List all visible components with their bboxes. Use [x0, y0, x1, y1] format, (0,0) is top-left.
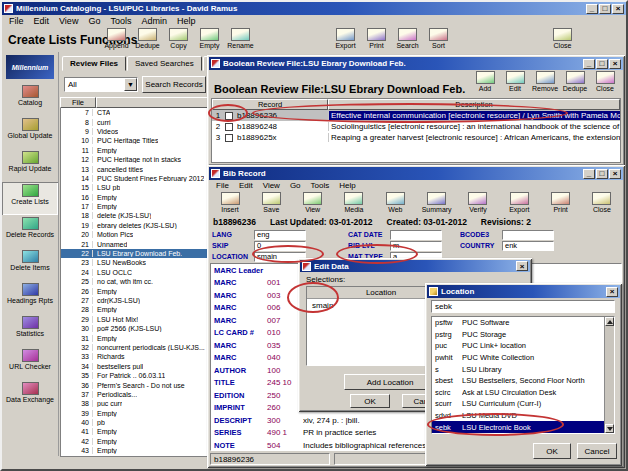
location-list-item[interactable]: sdvdLSU Media DVD — [432, 410, 614, 422]
location-input[interactable]: sebk — [431, 300, 615, 313]
bib-menu-edit[interactable]: Edit — [234, 181, 258, 190]
sidebar-item-create-lists[interactable]: Create Lists — [2, 182, 58, 215]
toolbar-close-button[interactable]: Close — [547, 28, 578, 49]
boolean-toolbar-edit-button[interactable]: Edit — [500, 71, 530, 92]
save-icon — [262, 192, 281, 205]
boolean-titlebar[interactable]: Boolean Review File:LSU Ebrary Download … — [209, 57, 623, 70]
location-list-item[interactable]: sLSU Library — [432, 363, 614, 375]
edit-data-titlebar[interactable]: Edit Data × — [300, 260, 530, 272]
bib-toolbar-export-button[interactable]: Export — [500, 192, 538, 215]
main-titlebar[interactable]: Millennium Cataloging - LSU/PUC Librarie… — [2, 2, 626, 15]
menu-admin[interactable]: Admin — [136, 16, 172, 26]
close-button[interactable]: × — [606, 287, 618, 297]
boolean-result-row[interactable]: 3b1889625xReaping a greater harvest [ele… — [212, 132, 620, 143]
menu-help[interactable]: Help — [172, 16, 201, 26]
menu-go[interactable]: Go — [83, 16, 105, 26]
menu-view[interactable]: View — [54, 16, 83, 26]
checkbox-icon[interactable] — [225, 134, 233, 142]
toolbar-copy-button[interactable]: Copy — [163, 28, 194, 49]
menu-edit[interactable]: Edit — [29, 16, 55, 26]
menu-tools[interactable]: Tools — [105, 16, 136, 26]
toolbar-dedupe-button[interactable]: Dedupe — [132, 28, 163, 49]
boolean-result-row[interactable]: 2b18896248Sociolinguistics [electronic r… — [212, 121, 620, 132]
checkbox-icon[interactable] — [225, 112, 233, 120]
location-list-item[interactable]: pwhitPUC White Collection — [432, 352, 614, 364]
close-button[interactable]: × — [516, 261, 528, 271]
sidebar-item-headings-rpts[interactable]: Headings Rpts — [2, 281, 58, 314]
close-button[interactable]: × — [609, 169, 621, 179]
bib-toolbar-save-button[interactable]: Save — [252, 192, 290, 215]
checkbox-icon[interactable] — [225, 123, 233, 131]
boolean-toolbar-add-button[interactable]: Add — [470, 71, 500, 92]
boolean-toolbar-remove-button[interactable]: Remove — [530, 71, 560, 92]
menu-file[interactable]: File — [4, 16, 29, 26]
column-header-description[interactable]: Description — [328, 99, 620, 110]
maximize-button[interactable]: □ — [596, 59, 608, 69]
bib-toolbar-print-button[interactable]: Print — [542, 192, 580, 215]
search-records-button[interactable]: Search Records — [142, 76, 206, 93]
toolbar-rename-button[interactable]: Rename — [225, 28, 256, 49]
bib-menu-tools[interactable]: Tools — [306, 181, 335, 190]
location-list-item[interactable]: sebkLSU Electronic Book — [432, 421, 614, 433]
sidebar-item-catalog[interactable]: Catalog — [2, 83, 58, 116]
toolbar-empty-button[interactable]: Empty — [194, 28, 225, 49]
minimize-button[interactable]: _ — [583, 59, 595, 69]
chevron-down-icon[interactable]: ▼ — [124, 78, 137, 91]
bib-titlebar[interactable]: Bib Record _□× — [209, 167, 623, 180]
bib-menu-file[interactable]: File — [211, 181, 234, 190]
close-button[interactable]: × — [612, 4, 624, 14]
dedupe-icon — [138, 28, 157, 41]
add-location-button[interactable]: Add Location — [344, 374, 436, 390]
bib-menu-go[interactable]: Go — [285, 181, 306, 190]
toolbar-print-button[interactable]: Print — [361, 28, 392, 49]
location-list-item[interactable]: pstrgPUC Storage — [432, 329, 614, 341]
boolean-result-row[interactable]: 1b18896236Effective internal communicati… — [212, 110, 620, 121]
bib-toolbar-web-button[interactable]: Web — [376, 192, 414, 215]
close-button[interactable]: × — [609, 59, 621, 69]
sidebar-item-statistics[interactable]: Statistics — [2, 314, 58, 347]
main-menubar: FileEditViewGoToolsAdminHelp — [2, 15, 626, 27]
sidebar-item-rapid-update[interactable]: Rapid Update — [2, 149, 58, 182]
toolbar-export-button[interactable]: Export — [330, 28, 361, 49]
location-cancel-button[interactable]: Cancel — [577, 443, 617, 459]
sidebar-item-url-checker[interactable]: URL Checker — [2, 347, 58, 380]
column-header-file[interactable]: File — [60, 97, 96, 108]
location-ok-button[interactable]: OK — [533, 443, 571, 459]
bib-toolbar-verify-button[interactable]: Verify — [459, 192, 497, 215]
bib-toolbar-media-button[interactable]: Media — [335, 192, 373, 215]
location-list-item[interactable]: pucPUC Link+ location — [432, 340, 614, 352]
column-header-record[interactable]: Record — [212, 99, 328, 110]
boolean-toolbar-dedupe-button[interactable]: Dedupe — [560, 71, 590, 92]
bib-menu-view[interactable]: View — [258, 181, 285, 190]
maximize-button[interactable]: □ — [596, 169, 608, 179]
location-list-item[interactable]: scurrLSU Curriculum (Curr-I) — [432, 398, 614, 410]
millennium-logo-text: Millennium — [12, 64, 49, 71]
edit-ok-button[interactable]: OK — [350, 394, 390, 408]
bib-toolbar-view-button[interactable]: View — [294, 192, 332, 215]
maximize-button[interactable]: □ — [599, 4, 611, 14]
tab-saved-searches[interactable]: Saved Searches — [127, 56, 202, 71]
minimize-button[interactable]: _ — [586, 4, 598, 14]
scroll-down-icon[interactable] — [605, 424, 614, 433]
scroll-up-icon[interactable] — [605, 317, 614, 326]
toolbar-append-button[interactable]: Append — [101, 28, 132, 49]
bib-toolbar-summary-button[interactable]: Summary — [418, 192, 456, 215]
tab-review-files[interactable]: Review Files — [62, 56, 126, 71]
bib-toolbar-close-button[interactable]: Close — [583, 192, 621, 215]
toolbar-search-button[interactable]: Search — [392, 28, 423, 49]
boolean-toolbar-close-button[interactable]: Close — [590, 71, 620, 92]
bib-toolbar-insert-button[interactable]: Insert — [211, 192, 249, 215]
sidebar-item-delete-items[interactable]: Delete Items — [2, 248, 58, 281]
file-filter-dropdown[interactable]: All ▼ — [64, 77, 138, 92]
sidebar-item-data-exchange[interactable]: Data Exchange — [2, 380, 58, 413]
location-list-item[interactable]: scircAsk at LSU Circulation Desk — [432, 387, 614, 399]
location-list-scrollbar[interactable] — [604, 317, 614, 433]
location-titlebar[interactable]: Location × — [427, 285, 620, 298]
minimize-button[interactable]: _ — [583, 169, 595, 179]
sidebar-item-delete-records[interactable]: Delete Records — [2, 215, 58, 248]
sidebar-item-global-update[interactable]: Global Update — [2, 116, 58, 149]
bib-menu-help[interactable]: Help — [334, 181, 360, 190]
location-list-item[interactable]: sbestLSU Bestsellers, Second Floor North — [432, 375, 614, 387]
toolbar-sort-button[interactable]: Sort — [423, 28, 454, 49]
location-list-item[interactable]: psftwPUC Software — [432, 317, 614, 329]
